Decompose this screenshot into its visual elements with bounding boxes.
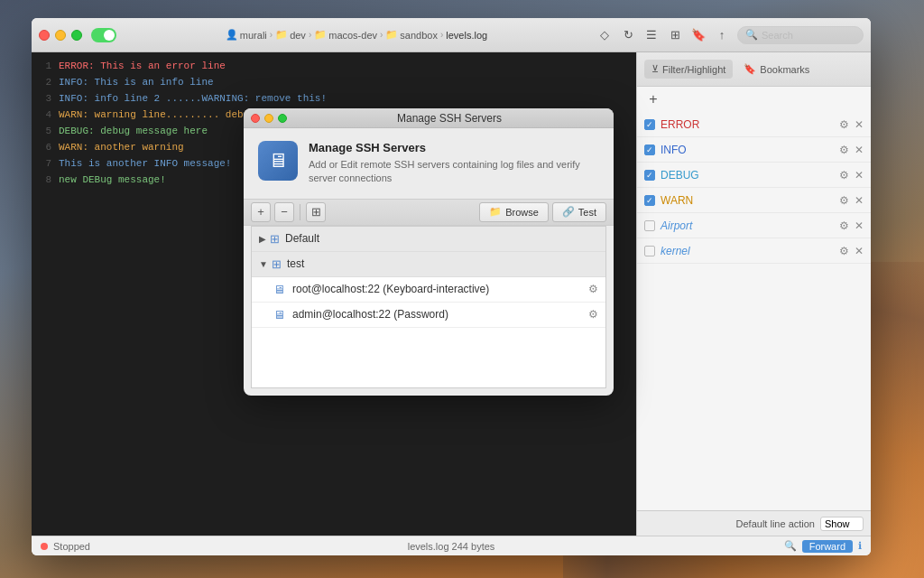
modal-header-text: Manage SSH Servers Add or Edit remote SS… bbox=[309, 141, 599, 186]
server-settings-icon-1[interactable]: ⚙ bbox=[588, 308, 598, 321]
filter-item-debug[interactable]: ✓ DEBUG ⚙ ✕ bbox=[637, 163, 871, 188]
close-button[interactable] bbox=[39, 30, 50, 41]
search-box[interactable]: 🔍 Search bbox=[737, 26, 864, 44]
refresh-icon[interactable]: ↻ bbox=[620, 27, 636, 43]
line-number: 3 bbox=[32, 90, 59, 107]
filter-actions-debug: ⚙ ✕ bbox=[839, 169, 864, 182]
log-line: 2 INFO: This is an info line bbox=[32, 74, 636, 90]
server-name-0: root@localhost:22 (Keyboard-interactive) bbox=[292, 283, 588, 295]
filter-checkbox-info[interactable]: ✓ bbox=[644, 144, 655, 155]
server-item-0[interactable]: 🖥 root@localhost:22 (Keyboard-interactiv… bbox=[252, 277, 605, 303]
filter-name-debug: DEBUG bbox=[661, 169, 834, 182]
log-line: 3 INFO: info line 2 ......WARNING: remov… bbox=[32, 90, 636, 107]
stopped-label: Stopped bbox=[53, 541, 90, 552]
modal-toolbar: + − ⊞ 📁 Browse 🔗 Test bbox=[244, 199, 614, 226]
filter-item-error[interactable]: ✓ ERROR ⚙ ✕ bbox=[637, 112, 871, 137]
group-default-name: Default bbox=[285, 232, 319, 245]
breadcrumb: 👤 murali › 📁 dev › 📁 macos-dev › 📁 sandb… bbox=[122, 29, 591, 41]
breadcrumb-file[interactable]: levels.log bbox=[446, 30, 487, 41]
modal-maximize-button[interactable] bbox=[278, 114, 287, 123]
filter-item-info[interactable]: ✓ INFO ⚙ ✕ bbox=[637, 137, 871, 163]
maximize-button[interactable] bbox=[71, 30, 82, 41]
line-number: 4 bbox=[32, 107, 59, 123]
filter-gear-icon[interactable]: ⚙ bbox=[839, 219, 849, 232]
server-name-1: admin@localhost:22 (Password) bbox=[292, 308, 588, 321]
filter-remove-icon[interactable]: ✕ bbox=[855, 169, 864, 182]
bookmarks-tab[interactable]: 🔖 Bookmarks bbox=[736, 60, 817, 79]
line-number: 7 bbox=[32, 155, 59, 172]
line-content: INFO: info line 2 ......WARNING: remove … bbox=[59, 90, 636, 107]
breadcrumb-user[interactable]: 👤 murali bbox=[226, 29, 267, 41]
folder-browse-icon: 📁 bbox=[489, 206, 502, 218]
share-icon[interactable]: ↑ bbox=[714, 27, 730, 43]
folder-icon-2: 📁 bbox=[314, 29, 327, 41]
line-number: 5 bbox=[32, 123, 59, 139]
modal-minimize-button[interactable] bbox=[264, 114, 273, 123]
bookmark-icon[interactable]: ◇ bbox=[596, 27, 613, 43]
modal-description: Add or Edit remote SSH servers containin… bbox=[309, 158, 599, 186]
filter-actions-airport: ⚙ ✕ bbox=[839, 219, 864, 232]
add-filter-button[interactable]: + bbox=[644, 90, 662, 108]
sidebar: ⊻ Filter/Highlight 🔖 Bookmarks + ✓ ERROR… bbox=[636, 52, 871, 536]
filter-item-warn[interactable]: ✓ WARN ⚙ ✕ bbox=[637, 188, 871, 213]
server-group-icon: ⊞ bbox=[270, 232, 280, 246]
filter-remove-icon[interactable]: ✕ bbox=[855, 118, 864, 131]
sidebar-footer: Default line action Show bbox=[637, 510, 871, 536]
list-view-button[interactable]: ⊞ bbox=[306, 202, 326, 222]
filter-gear-icon[interactable]: ⚙ bbox=[839, 118, 849, 131]
line-number: 2 bbox=[32, 74, 59, 90]
breadcrumb-dev[interactable]: 📁 dev bbox=[275, 29, 306, 41]
filter-gear-icon[interactable]: ⚙ bbox=[839, 245, 849, 257]
filter-item-airport[interactable]: Airport ⚙ ✕ bbox=[637, 213, 871, 238]
line-number: 8 bbox=[32, 172, 59, 188]
server-item-1[interactable]: 🖥 admin@localhost:22 (Password) ⚙ bbox=[252, 303, 605, 328]
filter-item-kernel[interactable]: kernel ⚙ ✕ bbox=[637, 238, 871, 264]
test-button[interactable]: 🔗 Test bbox=[552, 202, 606, 222]
filter-gear-icon[interactable]: ⚙ bbox=[839, 194, 849, 207]
filter-actions-warn: ⚙ ✕ bbox=[839, 194, 864, 207]
modal-heading: Manage SSH Servers bbox=[309, 141, 599, 154]
modal-close-button[interactable] bbox=[251, 114, 260, 123]
filter-remove-icon[interactable]: ✕ bbox=[855, 245, 864, 257]
bookmark-filled-icon[interactable]: 🔖 bbox=[690, 27, 707, 43]
list-icon[interactable]: ☰ bbox=[643, 27, 660, 43]
filter-checkbox-airport[interactable] bbox=[644, 220, 655, 231]
info-icon: ℹ bbox=[858, 540, 862, 552]
filter-remove-icon[interactable]: ✕ bbox=[855, 194, 864, 207]
filter-gear-icon[interactable]: ⚙ bbox=[839, 144, 849, 156]
browse-button[interactable]: 📁 Browse bbox=[479, 202, 549, 222]
filter-gear-icon[interactable]: ⚙ bbox=[839, 169, 849, 182]
remove-server-button[interactable]: − bbox=[274, 202, 294, 222]
ssh-modal[interactable]: Manage SSH Servers 🖥 Manage SSH Servers … bbox=[244, 108, 614, 396]
breadcrumb-sandbox[interactable]: 📁 sandbox bbox=[385, 29, 438, 41]
line-content: INFO: This is an info line bbox=[59, 74, 636, 90]
filter-remove-icon[interactable]: ✕ bbox=[855, 219, 864, 232]
filter-checkbox-kernel[interactable] bbox=[644, 246, 655, 256]
minimize-button[interactable] bbox=[55, 30, 66, 41]
filter-checkbox-debug[interactable]: ✓ bbox=[644, 170, 655, 181]
default-action-select[interactable]: Show bbox=[820, 517, 864, 531]
filter-checkbox-error[interactable]: ✓ bbox=[644, 119, 655, 130]
titlebar-right: ◇ ↻ ☰ ⊞ 🔖 ↑ 🔍 Search bbox=[596, 26, 864, 44]
default-line-action-label: Default line action bbox=[736, 518, 815, 529]
modal-titlebar: Manage SSH Servers bbox=[244, 108, 614, 128]
forward-button[interactable]: Forward bbox=[802, 540, 853, 553]
toggle-button[interactable] bbox=[91, 28, 116, 42]
filter-checkbox-warn[interactable]: ✓ bbox=[644, 195, 655, 206]
bookmarks-icon: 🔖 bbox=[744, 63, 756, 75]
filter-highlight-tab[interactable]: ⊻ Filter/Highlight bbox=[644, 60, 733, 79]
columns-icon[interactable]: ⊞ bbox=[667, 27, 683, 43]
add-server-button[interactable]: + bbox=[251, 202, 271, 222]
group-test-name: test bbox=[287, 257, 304, 270]
modal-header: 🖥 Manage SSH Servers Add or Edit remote … bbox=[244, 128, 614, 199]
titlebar: 👤 murali › 📁 dev › 📁 macos-dev › 📁 sandb… bbox=[32, 18, 871, 52]
group-default[interactable]: ▶ ⊞ Default bbox=[252, 227, 605, 252]
server-settings-icon-0[interactable]: ⚙ bbox=[588, 283, 598, 295]
status-right: 🔍 Forward ℹ bbox=[784, 540, 862, 553]
group-test[interactable]: ▼ ⊞ test bbox=[252, 252, 605, 277]
filter-remove-icon[interactable]: ✕ bbox=[855, 144, 864, 156]
sidebar-toolbar: ⊻ Filter/Highlight 🔖 Bookmarks bbox=[637, 52, 871, 87]
search-icon: 🔍 bbox=[745, 29, 758, 41]
breadcrumb-macos-dev[interactable]: 📁 macos-dev bbox=[314, 29, 377, 41]
server-icon-0: 🖥 bbox=[273, 283, 285, 296]
